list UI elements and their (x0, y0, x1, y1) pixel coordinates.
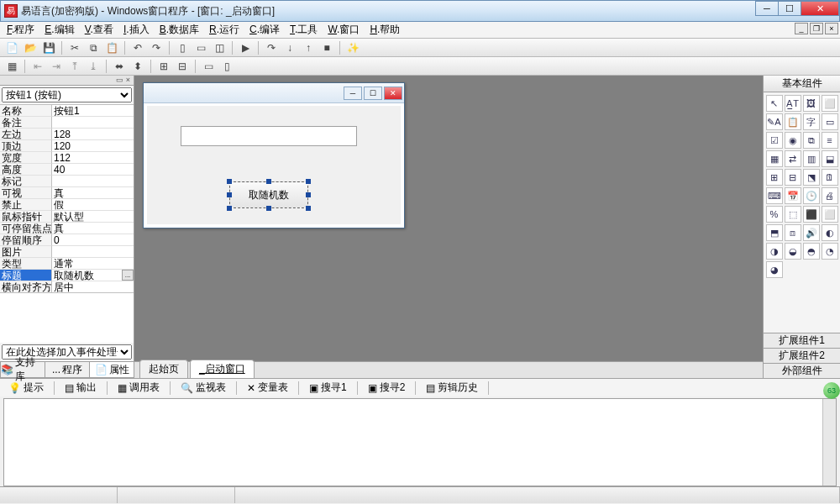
output-scrollbar[interactable] (822, 399, 836, 486)
prop-row[interactable]: 鼠标指针默认型 (0, 211, 134, 223)
designed-editbox[interactable] (181, 126, 357, 146)
palette-component[interactable]: ⬓ (822, 150, 838, 167)
prop-row[interactable]: 禁止假 (0, 199, 134, 211)
palette-component[interactable]: ◔ (822, 243, 838, 260)
palette-component[interactable]: ⬒ (766, 224, 783, 241)
tab-startup-window[interactable]: _启动窗口 (190, 360, 255, 378)
align-left-icon[interactable]: ⇤ (29, 59, 46, 74)
mdi-close-button[interactable]: × (825, 23, 838, 34)
palette-component[interactable]: ▥ (803, 150, 820, 167)
align-top-icon[interactable]: ⤒ (66, 59, 83, 74)
palette-tab-ext1[interactable]: 扩展组件1 (764, 333, 840, 348)
property-grid[interactable]: 名称按钮1备注左边128顶边120宽度112高度40标记可视真禁止假鼠标指针默认… (0, 104, 134, 292)
selection-handle[interactable] (227, 179, 232, 184)
output-tab-1[interactable]: ▤输出 (61, 379, 100, 396)
undo-icon[interactable]: ↶ (129, 40, 146, 55)
palette-component[interactable]: ◒ (785, 243, 801, 260)
form-close-button[interactable]: ✕ (384, 87, 402, 100)
form-minimize-button[interactable]: ─ (344, 87, 362, 100)
tab-properties[interactable]: 📄 属性 (89, 362, 134, 378)
step-into-icon[interactable]: ↓ (281, 40, 298, 55)
palette-component[interactable]: ⬚ (785, 206, 801, 223)
palette-component[interactable]: ⧉ (803, 132, 820, 149)
dist-h-icon[interactable]: ▭ (200, 59, 217, 74)
selection-handle[interactable] (227, 192, 232, 197)
palette-component[interactable]: 🕒 (803, 187, 820, 204)
step-out-icon[interactable]: ↑ (300, 40, 317, 55)
cut-icon[interactable]: ✂ (66, 40, 83, 55)
designed-button[interactable]: 取随机数 (229, 181, 308, 208)
menu-f[interactable]: F.程序 (2, 21, 39, 39)
object-selector[interactable]: 按钮1 (按钮) (2, 87, 132, 102)
copy-icon[interactable]: ⧉ (85, 40, 102, 55)
palette-tab-ext2[interactable]: 扩展组件2 (764, 348, 840, 363)
palette-component[interactable]: ◑ (766, 243, 783, 260)
designed-form[interactable]: ─ ☐ ✕ 取随机数 (143, 82, 405, 228)
output-tab-3[interactable]: 🔍监视表 (177, 379, 229, 396)
align-right-icon[interactable]: ⇥ (48, 59, 65, 74)
palette-component[interactable]: A̲T (785, 95, 801, 112)
redo-icon[interactable]: ↷ (148, 40, 165, 55)
palette-component[interactable]: ⊟ (785, 169, 801, 186)
wizard-icon[interactable]: ✨ (344, 40, 361, 55)
prop-row[interactable]: 名称按钮1 (0, 105, 134, 117)
palette-component[interactable]: 🗓 (822, 169, 838, 186)
tab-program[interactable]: ... 程序 (45, 362, 90, 378)
palette-component[interactable]: ⬛ (803, 206, 820, 223)
prop-row[interactable]: 顶边120 (0, 140, 134, 152)
palette-component[interactable]: ⬔ (803, 169, 820, 186)
prop-row[interactable]: 可视真 (0, 187, 134, 199)
prop-row[interactable]: 可停留焦点真 (0, 223, 134, 234)
center-h-icon[interactable]: ⊞ (155, 59, 172, 74)
palette-component[interactable]: ▭ (822, 113, 838, 130)
paste-icon[interactable]: 📋 (103, 40, 120, 55)
prop-row[interactable]: 宽度112 (0, 152, 134, 164)
prop-row[interactable]: 标题取随机数... (0, 270, 134, 281)
palette-component[interactable]: ◉ (785, 132, 801, 149)
palette-component[interactable]: 🔊 (803, 224, 820, 241)
selection-handle[interactable] (306, 206, 311, 211)
maximize-button[interactable]: ☐ (778, 1, 801, 16)
prop-row[interactable]: 横向对齐方式居中 (0, 281, 134, 292)
form-client-area[interactable]: 取随机数 (147, 106, 401, 224)
menu-r[interactable]: R.运行 (204, 21, 244, 39)
save-icon[interactable]: 💾 (40, 40, 57, 55)
prop-row[interactable]: 标记 (0, 176, 134, 187)
form-maximize-button[interactable]: ☐ (364, 87, 382, 100)
palette-component[interactable]: 🖼 (803, 95, 820, 112)
menu-t[interactable]: T.工具 (285, 21, 323, 39)
menu-c[interactable]: C.编译 (244, 21, 285, 39)
palette-component[interactable]: ⊞ (766, 169, 783, 186)
palette-component[interactable]: ↖ (766, 95, 783, 112)
menu-e[interactable]: E.编辑 (39, 21, 79, 39)
output-tab-0[interactable]: 💡提示 (5, 379, 47, 396)
center-v-icon[interactable]: ⊟ (174, 59, 191, 74)
menu-b[interactable]: B.数据库 (155, 21, 204, 39)
selection-handle[interactable] (266, 206, 271, 211)
prop-row[interactable]: 停留顺序0 (0, 234, 134, 246)
selection-handle[interactable] (306, 192, 311, 197)
menu-w[interactable]: W.窗口 (323, 21, 365, 39)
menu-v[interactable]: V.查看 (80, 21, 118, 39)
palette-component[interactable]: 📅 (785, 187, 801, 204)
output-tab-6[interactable]: ▣搜寻2 (365, 379, 409, 396)
mdi-minimize-button[interactable]: _ (795, 23, 808, 34)
same-height-icon[interactable]: ⬍ (129, 59, 146, 74)
layout-1-icon[interactable]: ▯ (174, 40, 191, 55)
stop-icon[interactable]: ■ (318, 40, 335, 55)
palette-component[interactable]: ◐ (822, 224, 838, 241)
palette-component[interactable]: % (766, 206, 783, 223)
palette-component[interactable]: ⧈ (785, 224, 801, 241)
palette-component[interactable]: ⇄ (785, 150, 801, 167)
dist-v-icon[interactable]: ▯ (218, 59, 235, 74)
tab-start-page[interactable]: 起始页 (139, 360, 188, 378)
layout-2-icon[interactable]: ▭ (192, 40, 209, 55)
palette-component[interactable]: ☑ (766, 132, 783, 149)
run-icon[interactable]: ▶ (237, 40, 254, 55)
prop-row[interactable]: 高度40 (0, 164, 134, 176)
palette-component[interactable]: 字 (803, 113, 820, 130)
open-icon[interactable]: 📂 (22, 40, 39, 55)
palette-component[interactable]: ⬜ (822, 206, 838, 223)
output-tab-7[interactable]: ▤剪辑历史 (423, 379, 481, 396)
selection-handle[interactable] (266, 179, 271, 184)
